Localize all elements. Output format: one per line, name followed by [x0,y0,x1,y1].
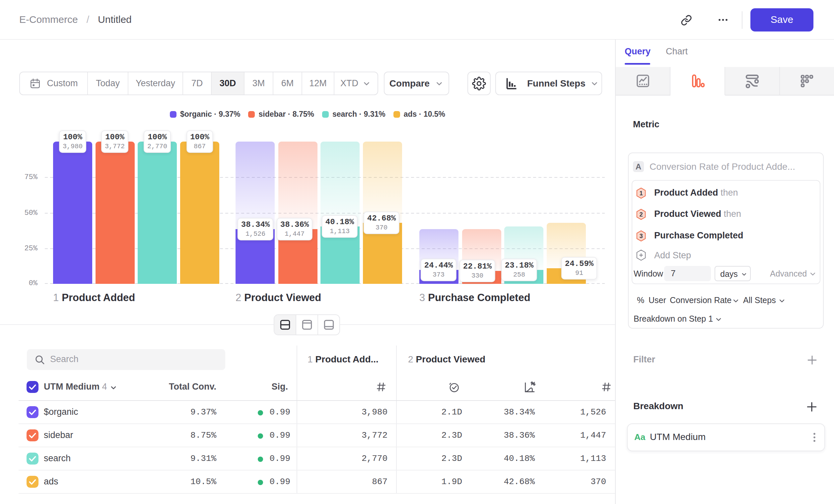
svg-text:1: 1 [639,190,642,197]
svg-text:3: 3 [639,232,642,239]
svg-text:2: 2 [639,211,642,218]
